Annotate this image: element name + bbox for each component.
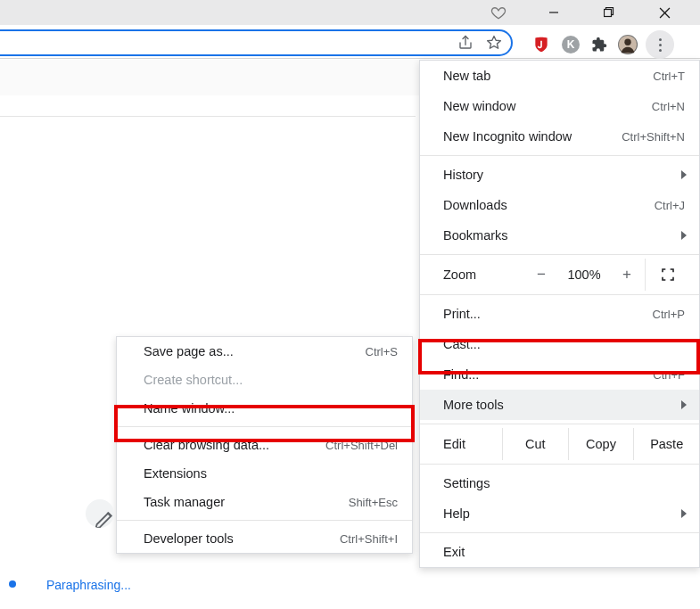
- menu-settings[interactable]: Settings: [420, 468, 699, 498]
- menu-new-window-shortcut: Ctrl+N: [652, 100, 685, 113]
- close-button[interactable]: [644, 0, 685, 25]
- submenu-save-page-shortcut: Ctrl+S: [366, 345, 398, 358]
- chevron-right-icon: [681, 231, 687, 240]
- menu-exit[interactable]: Exit: [420, 537, 699, 567]
- menu-separator: [420, 254, 699, 255]
- menu-incognito-shortcut: Ctrl+Shift+N: [622, 130, 685, 144]
- submenu-task-manager[interactable]: Task manager Shift+Esc: [117, 488, 412, 516]
- menu-incognito-label: New Incognito window: [443, 129, 622, 144]
- chrome-menu-button[interactable]: [646, 30, 674, 59]
- menu-edit-label: Edit: [443, 437, 502, 451]
- chevron-right-icon: [681, 400, 687, 409]
- submenu-developer-tools-label: Developer tools: [144, 531, 340, 546]
- submenu-save-page-label: Save page as...: [144, 344, 366, 358]
- submenu-clear-browsing-data[interactable]: Clear browsing data... Ctrl+Shift+Del: [117, 431, 412, 459]
- content-divider: [0, 116, 416, 117]
- menu-find-label: Find...: [443, 367, 653, 382]
- menu-downloads[interactable]: Downloads Ctrl+J: [420, 190, 699, 220]
- submenu-developer-tools-shortcut: Ctrl+Shift+I: [340, 532, 398, 546]
- zoom-value: 100%: [559, 267, 609, 282]
- menu-cast-label: Cast...: [443, 337, 685, 351]
- submenu-create-shortcut-label: Create shortcut...: [144, 373, 398, 387]
- zoom-out-button[interactable]: −: [523, 266, 559, 284]
- menu-more-tools-label: More tools: [443, 398, 685, 412]
- status-paraphrasing: Paraphrasing...: [46, 578, 131, 592]
- submenu-developer-tools[interactable]: Developer tools Ctrl+Shift+I: [117, 524, 412, 553]
- maximize-button[interactable]: [589, 0, 630, 25]
- edit-cut-button[interactable]: Cut: [502, 428, 568, 460]
- edit-pencil-icon[interactable]: [86, 499, 114, 528]
- menu-zoom-label: Zoom: [443, 267, 523, 282]
- menu-separator: [420, 294, 699, 295]
- menu-separator: [117, 426, 412, 427]
- chevron-right-icon: [681, 170, 687, 179]
- menu-history[interactable]: History: [420, 160, 699, 190]
- menu-help-label: Help: [443, 506, 685, 521]
- menu-separator: [420, 464, 699, 465]
- menu-print-label: Print...: [443, 307, 653, 321]
- menu-bookmarks-label: Bookmarks: [443, 228, 685, 243]
- menu-exit-label: Exit: [443, 545, 685, 559]
- menu-help[interactable]: Help: [420, 498, 699, 529]
- edit-copy-button[interactable]: Copy: [568, 428, 634, 460]
- extension-ublock-icon[interactable]: [531, 34, 552, 55]
- edit-paste-button[interactable]: Paste: [633, 428, 699, 460]
- window-titlebar: [0, 0, 700, 25]
- menu-separator: [420, 424, 699, 424]
- menu-separator: [420, 532, 699, 533]
- share-icon[interactable]: [457, 35, 474, 51]
- menu-find[interactable]: Find... Ctrl+F: [420, 359, 699, 390]
- menu-separator: [420, 155, 699, 156]
- menu-new-tab[interactable]: New tab Ctrl+T: [420, 61, 699, 91]
- chevron-right-icon: [681, 509, 687, 518]
- menu-edit-row: Edit Cut Copy Paste: [420, 428, 699, 460]
- submenu-clear-browsing-data-shortcut: Ctrl+Shift+Del: [325, 439, 398, 452]
- menu-incognito[interactable]: New Incognito window Ctrl+Shift+N: [420, 121, 699, 152]
- submenu-clear-browsing-data-label: Clear browsing data...: [144, 438, 325, 452]
- more-tools-submenu: Save page as... Ctrl+S Create shortcut..…: [116, 336, 413, 554]
- submenu-extensions-label: Extensions: [144, 466, 398, 481]
- heart-icon[interactable]: [490, 4, 507, 21]
- menu-history-label: History: [443, 168, 685, 182]
- submenu-task-manager-shortcut: Shift+Esc: [349, 496, 398, 509]
- submenu-extensions[interactable]: Extensions: [117, 459, 412, 488]
- zoom-in-button[interactable]: +: [609, 266, 645, 284]
- submenu-name-window-label: Name window...: [144, 401, 398, 416]
- profile-avatar[interactable]: [617, 34, 638, 55]
- address-bar[interactable]: [0, 29, 513, 56]
- menu-cast[interactable]: Cast...: [420, 329, 699, 359]
- extension-k-icon[interactable]: K: [560, 34, 581, 55]
- menu-zoom-row: Zoom − 100% +: [420, 259, 699, 291]
- menu-separator: [117, 520, 412, 521]
- submenu-name-window[interactable]: Name window...: [117, 394, 412, 423]
- svg-rect-2: [605, 10, 612, 17]
- status-dot-icon: [9, 580, 16, 588]
- menu-new-tab-label: New tab: [443, 69, 653, 83]
- menu-find-shortcut: Ctrl+F: [653, 368, 685, 382]
- fullscreen-button[interactable]: [645, 259, 689, 291]
- menu-downloads-shortcut: Ctrl+J: [655, 199, 685, 212]
- menu-settings-label: Settings: [443, 476, 685, 490]
- menu-new-tab-shortcut: Ctrl+T: [653, 70, 685, 83]
- menu-print[interactable]: Print... Ctrl+P: [420, 299, 699, 329]
- svg-point-6: [624, 39, 630, 45]
- submenu-create-shortcut: Create shortcut...: [117, 366, 412, 394]
- menu-new-window[interactable]: New window Ctrl+N: [420, 91, 699, 121]
- submenu-save-page[interactable]: Save page as... Ctrl+S: [117, 337, 412, 366]
- extensions-puzzle-icon[interactable]: [589, 34, 610, 55]
- menu-new-window-label: New window: [443, 99, 652, 113]
- bookmark-star-icon[interactable]: [486, 35, 502, 51]
- submenu-task-manager-label: Task manager: [144, 495, 349, 509]
- minimize-button[interactable]: [533, 0, 574, 25]
- menu-bookmarks[interactable]: Bookmarks: [420, 220, 699, 251]
- menu-more-tools[interactable]: More tools: [420, 390, 699, 420]
- menu-downloads-label: Downloads: [443, 198, 655, 212]
- chrome-main-menu: New tab Ctrl+T New window Ctrl+N New Inc…: [419, 60, 700, 568]
- menu-print-shortcut: Ctrl+P: [653, 308, 685, 321]
